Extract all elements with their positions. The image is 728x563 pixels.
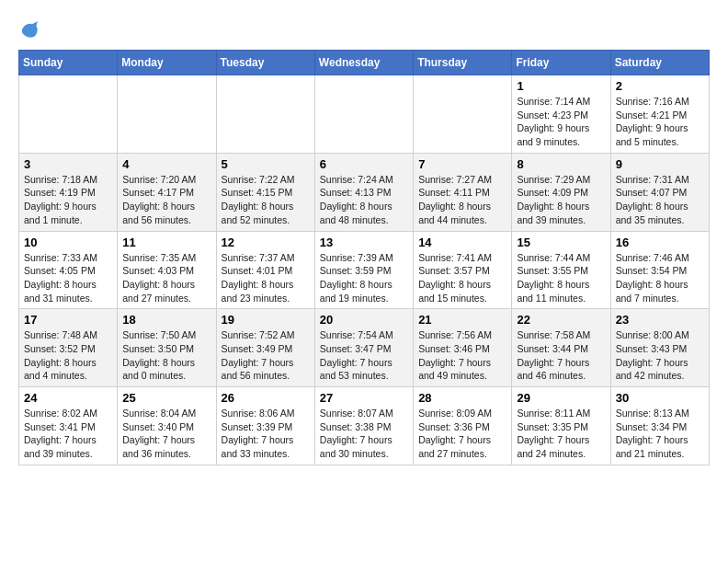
calendar-cell: 15Sunrise: 7:44 AM Sunset: 3:55 PM Dayli…	[512, 231, 610, 309]
day-number: 13	[320, 236, 408, 249]
calendar-cell: 20Sunrise: 7:54 AM Sunset: 3:47 PM Dayli…	[314, 309, 413, 387]
day-info: Sunrise: 7:24 AM Sunset: 4:13 PM Dayligh…	[320, 173, 408, 227]
calendar-cell: 29Sunrise: 8:11 AM Sunset: 3:35 PM Dayli…	[512, 387, 610, 465]
day-info: Sunrise: 7:58 AM Sunset: 3:44 PM Dayligh…	[517, 328, 605, 383]
day-info: Sunrise: 8:09 AM Sunset: 3:36 PM Dayligh…	[418, 407, 506, 461]
calendar-cell: 7Sunrise: 7:27 AM Sunset: 4:11 PM Daylig…	[414, 153, 512, 231]
day-number: 11	[122, 236, 210, 249]
day-number: 17	[24, 313, 112, 327]
calendar-cell: 6Sunrise: 7:24 AM Sunset: 4:13 PM Daylig…	[314, 153, 413, 231]
day-number: 28	[418, 391, 506, 405]
day-number: 10	[24, 236, 112, 249]
day-info: Sunrise: 7:52 AM Sunset: 3:49 PM Dayligh…	[222, 328, 310, 383]
day-info: Sunrise: 7:44 AM Sunset: 3:55 PM Dayligh…	[517, 251, 605, 305]
calendar-cell: 10Sunrise: 7:33 AM Sunset: 4:05 PM Dayli…	[19, 231, 118, 309]
day-number: 20	[320, 313, 408, 327]
day-info: Sunrise: 7:35 AM Sunset: 4:03 PM Dayligh…	[122, 251, 210, 305]
day-info: Sunrise: 7:56 AM Sunset: 3:46 PM Dayligh…	[418, 328, 506, 383]
calendar-cell: 21Sunrise: 7:56 AM Sunset: 3:46 PM Dayli…	[414, 309, 512, 387]
day-info: Sunrise: 8:11 AM Sunset: 3:35 PM Dayligh…	[517, 407, 605, 461]
day-info: Sunrise: 8:13 AM Sunset: 3:34 PM Dayligh…	[616, 407, 704, 461]
day-info: Sunrise: 7:50 AM Sunset: 3:50 PM Dayligh…	[122, 328, 210, 383]
column-header-saturday: Saturday	[610, 51, 709, 75]
day-info: Sunrise: 7:39 AM Sunset: 3:59 PM Dayligh…	[320, 251, 408, 305]
logo	[18, 18, 44, 40]
calendar-cell: 23Sunrise: 8:00 AM Sunset: 3:43 PM Dayli…	[610, 309, 709, 387]
calendar-cell: 18Sunrise: 7:50 AM Sunset: 3:50 PM Dayli…	[118, 309, 216, 387]
day-number: 2	[616, 79, 704, 93]
calendar-cell: 22Sunrise: 7:58 AM Sunset: 3:44 PM Dayli…	[512, 309, 610, 387]
calendar-week-row: 24Sunrise: 8:02 AM Sunset: 3:41 PM Dayli…	[19, 387, 710, 465]
calendar-cell: 19Sunrise: 7:52 AM Sunset: 3:49 PM Dayli…	[216, 309, 314, 387]
day-info: Sunrise: 7:20 AM Sunset: 4:17 PM Dayligh…	[122, 173, 210, 227]
calendar-cell: 13Sunrise: 7:39 AM Sunset: 3:59 PM Dayli…	[314, 231, 413, 309]
calendar-cell	[314, 75, 413, 154]
day-info: Sunrise: 8:04 AM Sunset: 3:40 PM Dayligh…	[122, 407, 210, 461]
day-number: 27	[320, 391, 408, 405]
calendar-cell: 26Sunrise: 8:06 AM Sunset: 3:39 PM Dayli…	[216, 387, 314, 465]
column-header-friday: Friday	[512, 51, 610, 75]
calendar-week-row: 3Sunrise: 7:18 AM Sunset: 4:19 PM Daylig…	[19, 153, 710, 231]
day-number: 24	[24, 391, 112, 405]
day-number: 21	[418, 313, 506, 327]
calendar-cell: 12Sunrise: 7:37 AM Sunset: 4:01 PM Dayli…	[216, 231, 314, 309]
day-info: Sunrise: 7:22 AM Sunset: 4:15 PM Dayligh…	[222, 173, 310, 227]
day-info: Sunrise: 7:46 AM Sunset: 3:54 PM Dayligh…	[616, 251, 704, 305]
day-number: 8	[517, 157, 605, 171]
column-header-thursday: Thursday	[414, 51, 512, 75]
calendar-cell: 11Sunrise: 7:35 AM Sunset: 4:03 PM Dayli…	[118, 231, 216, 309]
calendar-header-row: SundayMondayTuesdayWednesdayThursdayFrid…	[19, 51, 710, 75]
day-number: 5	[222, 157, 310, 171]
day-number: 3	[24, 157, 112, 171]
day-info: Sunrise: 8:07 AM Sunset: 3:38 PM Dayligh…	[320, 407, 408, 461]
day-number: 7	[418, 157, 506, 171]
calendar-cell: 27Sunrise: 8:07 AM Sunset: 3:38 PM Dayli…	[314, 387, 413, 465]
calendar-cell: 28Sunrise: 8:09 AM Sunset: 3:36 PM Dayli…	[414, 387, 512, 465]
day-number: 25	[122, 391, 210, 405]
day-number: 14	[418, 236, 506, 249]
day-info: Sunrise: 7:37 AM Sunset: 4:01 PM Dayligh…	[222, 251, 310, 305]
calendar-cell: 24Sunrise: 8:02 AM Sunset: 3:41 PM Dayli…	[19, 387, 118, 465]
calendar-cell	[414, 75, 512, 154]
day-number: 19	[222, 313, 310, 327]
day-number: 1	[517, 79, 605, 93]
calendar-cell	[19, 75, 118, 154]
column-header-tuesday: Tuesday	[216, 51, 314, 75]
logo-icon	[18, 18, 40, 40]
calendar-cell: 5Sunrise: 7:22 AM Sunset: 4:15 PM Daylig…	[216, 153, 314, 231]
day-number: 26	[222, 391, 310, 405]
day-info: Sunrise: 8:00 AM Sunset: 3:43 PM Dayligh…	[616, 328, 704, 383]
day-number: 16	[616, 236, 704, 249]
day-info: Sunrise: 7:41 AM Sunset: 3:57 PM Dayligh…	[418, 251, 506, 305]
day-number: 22	[517, 313, 605, 327]
calendar-cell: 17Sunrise: 7:48 AM Sunset: 3:52 PM Dayli…	[19, 309, 118, 387]
day-number: 9	[616, 157, 704, 171]
calendar-cell: 2Sunrise: 7:16 AM Sunset: 4:21 PM Daylig…	[610, 75, 709, 154]
calendar-cell: 4Sunrise: 7:20 AM Sunset: 4:17 PM Daylig…	[118, 153, 216, 231]
day-number: 12	[222, 236, 310, 249]
day-info: Sunrise: 7:18 AM Sunset: 4:19 PM Dayligh…	[24, 173, 112, 227]
day-info: Sunrise: 7:48 AM Sunset: 3:52 PM Dayligh…	[24, 328, 112, 383]
day-info: Sunrise: 7:27 AM Sunset: 4:11 PM Dayligh…	[418, 173, 506, 227]
calendar-cell	[216, 75, 314, 154]
column-header-sunday: Sunday	[19, 51, 118, 75]
day-info: Sunrise: 7:33 AM Sunset: 4:05 PM Dayligh…	[24, 251, 112, 305]
calendar-week-row: 17Sunrise: 7:48 AM Sunset: 3:52 PM Dayli…	[19, 309, 710, 387]
day-number: 15	[517, 236, 605, 249]
calendar-cell: 3Sunrise: 7:18 AM Sunset: 4:19 PM Daylig…	[19, 153, 118, 231]
day-info: Sunrise: 8:06 AM Sunset: 3:39 PM Dayligh…	[222, 407, 310, 461]
calendar-table: SundayMondayTuesdayWednesdayThursdayFrid…	[18, 50, 710, 465]
calendar-week-row: 1Sunrise: 7:14 AM Sunset: 4:23 PM Daylig…	[19, 75, 710, 154]
day-number: 18	[122, 313, 210, 327]
calendar-week-row: 10Sunrise: 7:33 AM Sunset: 4:05 PM Dayli…	[19, 231, 710, 309]
calendar-cell: 1Sunrise: 7:14 AM Sunset: 4:23 PM Daylig…	[512, 75, 610, 154]
day-number: 4	[122, 157, 210, 171]
calendar-cell: 9Sunrise: 7:31 AM Sunset: 4:07 PM Daylig…	[610, 153, 709, 231]
column-header-monday: Monday	[118, 51, 216, 75]
page-header	[18, 18, 710, 40]
day-number: 6	[320, 157, 408, 171]
calendar-cell: 14Sunrise: 7:41 AM Sunset: 3:57 PM Dayli…	[414, 231, 512, 309]
day-info: Sunrise: 7:31 AM Sunset: 4:07 PM Dayligh…	[616, 173, 704, 227]
day-info: Sunrise: 7:14 AM Sunset: 4:23 PM Dayligh…	[517, 95, 605, 149]
day-info: Sunrise: 7:16 AM Sunset: 4:21 PM Dayligh…	[616, 95, 704, 149]
